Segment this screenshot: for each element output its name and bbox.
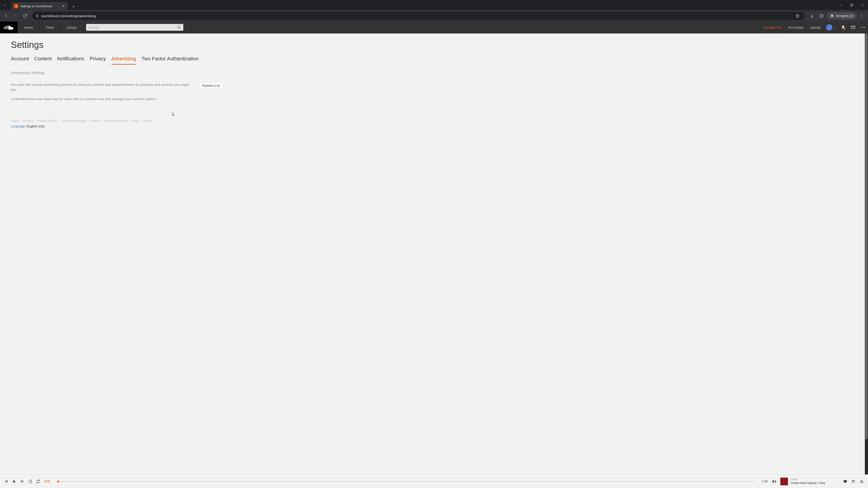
- svg-rect-19: [4, 27, 4, 29]
- minimize-button[interactable]: [835, 0, 846, 10]
- nav-home[interactable]: Home: [18, 22, 39, 33]
- language-value[interactable]: English (US): [27, 125, 44, 128]
- notifications-icon[interactable]: [838, 25, 848, 30]
- section-title: Advertising Settings: [11, 71, 854, 75]
- reload-button[interactable]: [21, 12, 29, 20]
- search-icon[interactable]: [177, 25, 181, 29]
- incognito-indicator[interactable]: Incognito (2): [827, 12, 857, 20]
- progress-knob[interactable]: [57, 481, 59, 482]
- partners-list-button[interactable]: Partners List: [199, 82, 223, 89]
- chevron-down-icon: [834, 26, 836, 29]
- bookmark-icon[interactable]: [794, 12, 802, 20]
- settings-tabs: Account Content Notifications Privacy Ad…: [11, 56, 854, 65]
- track-artist[interactable]: mikoll: [791, 478, 825, 482]
- like-button[interactable]: [843, 480, 847, 484]
- user-menu[interactable]: [824, 24, 838, 31]
- track-title[interactable]: Ostatni dzień wakacji z Tobą: [791, 482, 825, 485]
- svg-point-8: [37, 16, 38, 17]
- svg-rect-11: [820, 14, 823, 17]
- tab-title: Settings on SoundCloud: [20, 4, 60, 8]
- language-label[interactable]: Language:: [11, 125, 26, 128]
- svg-rect-20: [5, 27, 5, 29]
- elapsed-time: 0:00: [44, 480, 50, 483]
- try-next-pro-link[interactable]: Try Next Pro: [760, 22, 785, 33]
- svg-point-18: [862, 17, 863, 18]
- shuffle-button[interactable]: [28, 480, 32, 484]
- sidepanel-icon[interactable]: [817, 12, 826, 20]
- for-artists-link[interactable]: For Artists: [785, 22, 807, 33]
- page-title: Settings: [11, 40, 854, 50]
- now-playing[interactable]: mikoll Ostatni dzień wakacji z Tobą: [780, 478, 839, 485]
- footer-privacy[interactable]: Privacy: [23, 119, 33, 123]
- svg-point-26: [861, 27, 862, 28]
- previous-track-button[interactable]: [4, 480, 8, 483]
- svg-point-38: [852, 480, 854, 482]
- browser-menu-icon[interactable]: [858, 12, 866, 20]
- close-window-button[interactable]: [857, 0, 868, 10]
- scrollbar-thumb[interactable]: [865, 33, 868, 439]
- forward-button[interactable]: [11, 12, 20, 20]
- new-tab-button[interactable]: +: [70, 3, 77, 10]
- address-bar[interactable]: soundcloud.com/settings/advertising: [32, 12, 805, 20]
- svg-marker-32: [21, 480, 23, 483]
- nav-feed[interactable]: Feed: [39, 22, 60, 33]
- svg-marker-37: [772, 480, 774, 483]
- repeat-button[interactable]: [36, 480, 40, 484]
- messages-icon[interactable]: [848, 25, 858, 30]
- duration-time: 2:39: [762, 480, 768, 483]
- progress-bar[interactable]: [57, 481, 754, 482]
- footer-imprint[interactable]: Imprint: [90, 119, 100, 123]
- search-box[interactable]: [86, 24, 183, 31]
- tab-content[interactable]: Content: [34, 56, 52, 65]
- footer-blog[interactable]: Blog: [131, 119, 138, 123]
- tab-account[interactable]: Account: [11, 56, 29, 65]
- section-text: We work with trusted advertising partner…: [11, 82, 190, 106]
- svg-rect-30: [5, 480, 5, 483]
- svg-marker-31: [13, 480, 16, 483]
- footer-charts[interactable]: Charts: [142, 119, 151, 123]
- svg-point-14: [832, 16, 833, 17]
- svg-point-24: [178, 26, 180, 29]
- vertical-scrollbar[interactable]: [865, 33, 868, 475]
- advertising-section: We work with trusted advertising partner…: [11, 78, 223, 106]
- follow-user-button[interactable]: [851, 480, 855, 484]
- page-content: Settings Account Content Notifications P…: [0, 33, 865, 475]
- tab-notifications[interactable]: Notifications: [57, 56, 84, 65]
- downloads-icon[interactable]: [808, 12, 816, 20]
- footer-consent[interactable]: Consent Manager: [61, 119, 86, 123]
- tab-advertising[interactable]: Advertising: [112, 56, 136, 65]
- browser-toolbar: soundcloud.com/settings/advertising Inco…: [0, 10, 868, 22]
- svg-rect-2: [851, 4, 853, 6]
- soundcloud-logo[interactable]: [0, 22, 18, 33]
- next-track-button[interactable]: [20, 480, 24, 483]
- more-menu-icon[interactable]: [858, 25, 868, 30]
- tab-privacy[interactable]: Privacy: [90, 56, 106, 65]
- search-input[interactable]: [88, 26, 177, 29]
- site-settings-icon[interactable]: [35, 14, 39, 18]
- close-tab-icon[interactable]: ✕: [62, 4, 65, 8]
- tab-search-dropdown[interactable]: [0, 0, 10, 10]
- back-button[interactable]: [2, 12, 10, 20]
- header-right: Try Next Pro For Artists Upload: [760, 22, 868, 33]
- svg-marker-9: [796, 14, 799, 18]
- upload-link[interactable]: Upload: [807, 22, 824, 33]
- svg-point-6: [36, 15, 37, 15]
- soundcloud-header: Home Feed Library Try Next Pro For Artis…: [0, 22, 868, 33]
- browser-titlebar: Settings on SoundCloud ✕ +: [0, 0, 868, 10]
- nav-library[interactable]: Library: [60, 22, 84, 33]
- section-paragraph-1: We work with trusted advertising partner…: [11, 82, 190, 92]
- search-container: [84, 22, 760, 33]
- browser-tab-active[interactable]: Settings on SoundCloud ✕: [11, 2, 68, 10]
- svg-point-16: [862, 14, 863, 15]
- footer-cookie[interactable]: Cookie Policy: [37, 119, 57, 123]
- maximize-button[interactable]: [846, 0, 857, 10]
- svg-line-25: [180, 28, 181, 29]
- tab-two-factor[interactable]: Two Factor Authentication: [141, 56, 198, 65]
- play-button[interactable]: [12, 480, 16, 484]
- footer-legal[interactable]: Legal: [11, 119, 19, 123]
- footer-artist-resources[interactable]: Artist Resources: [104, 119, 127, 123]
- queue-button[interactable]: [860, 480, 864, 484]
- incognito-label: Incognito (2): [836, 14, 854, 18]
- track-artwork: [780, 478, 788, 485]
- volume-button[interactable]: [772, 479, 776, 484]
